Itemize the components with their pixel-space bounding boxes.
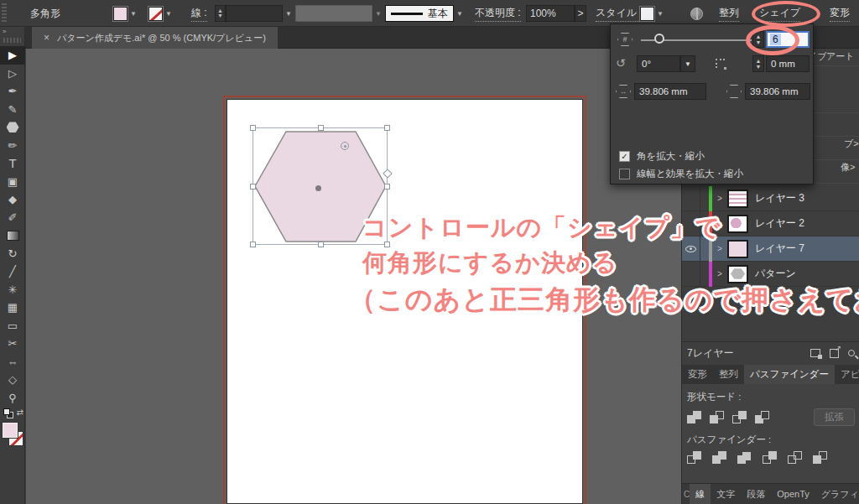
selection-handle[interactable] (384, 125, 390, 131)
width-tool[interactable]: ⇔ (0, 353, 25, 372)
polygon-width-field[interactable]: 39.806 mm (634, 83, 706, 100)
selection-handle[interactable] (318, 242, 324, 247)
fill-stroke-indicator[interactable] (0, 423, 25, 451)
rotation-field[interactable]: 0° (637, 55, 680, 72)
symbol-sprayer-tool[interactable]: ✳ (0, 281, 25, 299)
rotation-dropdown[interactable]: ▼ (680, 55, 695, 72)
shape-builder-tool[interactable]: ▣ (0, 173, 25, 191)
stroke-weight-label[interactable]: 線 : (191, 6, 207, 22)
sides-slider-knob[interactable] (654, 34, 664, 44)
eyedropper-tool[interactable]: ╱ (0, 262, 25, 281)
export-icon[interactable] (830, 349, 839, 358)
direct-selection-tool[interactable]: ▷ (0, 65, 25, 83)
style-swatch[interactable] (640, 7, 654, 21)
layer-name[interactable]: レイヤー 3 (755, 191, 804, 205)
layer-name[interactable]: レイヤー 7 (755, 242, 804, 256)
trim-button[interactable] (712, 451, 726, 464)
shaper-tool[interactable]: ✐ (0, 209, 25, 227)
transform-link[interactable]: 変形 (830, 6, 850, 22)
eye-icon[interactable] (685, 246, 696, 252)
polygon-height-field[interactable]: 39.806 mm (745, 83, 810, 100)
tab-graphic-styles[interactable]: グラフィ (815, 484, 859, 504)
stroke-weight-stepper[interactable]: ▲▼ (215, 5, 226, 22)
free-transform-tool[interactable]: ◇ (0, 371, 25, 389)
unite-button[interactable] (687, 411, 701, 423)
stroke-profile-combo[interactable]: 基本 (385, 5, 454, 22)
style-label[interactable]: スタイル : (596, 6, 643, 22)
zoom-tool[interactable]: ⚲ (0, 389, 25, 408)
close-icon[interactable]: × (44, 32, 49, 44)
tab-character[interactable]: 文字 (711, 484, 741, 504)
tab-pathfinder[interactable]: パスファインダー (744, 365, 835, 384)
expand-chevron-icon[interactable]: > (712, 244, 727, 253)
tab-appearance[interactable]: アピアラ (835, 365, 859, 384)
expand-button[interactable]: 拡張 (814, 408, 855, 426)
chevron-down-icon[interactable]: ▼ (285, 10, 292, 18)
artboard-tool[interactable]: ▭ (0, 317, 25, 335)
fill-color-swatch[interactable] (113, 7, 128, 21)
layer-name[interactable]: レイヤー 2 (755, 216, 804, 231)
polygon-tool[interactable] (0, 118, 25, 137)
search-icon[interactable] (848, 350, 855, 356)
live-corner-widget[interactable] (341, 142, 349, 150)
panel-grip[interactable] (3, 38, 21, 43)
opacity-more-button[interactable]: > (575, 5, 586, 22)
tab-paragraph[interactable]: 段落 (741, 484, 771, 504)
layer-row[interactable]: > レイヤー 3 (682, 186, 859, 211)
align-link[interactable]: 整列 (719, 6, 739, 22)
crop-button[interactable] (763, 451, 777, 464)
tab-transform[interactable]: 変形 (682, 365, 713, 384)
visibility-toggle[interactable] (682, 186, 700, 211)
chevron-down-icon[interactable]: ▼ (130, 10, 137, 18)
default-fill-stroke-control[interactable]: ⇄ (0, 407, 25, 420)
recolor-artwork-icon[interactable] (690, 8, 703, 20)
tab-align[interactable]: 整列 (713, 365, 744, 384)
divide-button[interactable] (687, 451, 701, 464)
drag-grip[interactable] (2, 3, 7, 23)
corner-radius-field[interactable]: 0 mm (766, 55, 810, 72)
selection-tool[interactable]: ▶ (0, 46, 25, 65)
dock-tab-fragment[interactable]: アート (826, 50, 855, 63)
stroke-color-swatch[interactable] (148, 7, 163, 21)
outline-button[interactable] (788, 451, 802, 464)
gradient-tool[interactable] (0, 226, 25, 245)
corner-stepper[interactable]: ▲▼ (752, 55, 764, 72)
document-tab[interactable]: × パターン作成デモ.ai* @ 50 % (CMYK/プレビュー) (32, 27, 278, 49)
swap-fill-stroke-icon[interactable]: ⇄ (17, 408, 23, 417)
minus-front-button[interactable] (710, 411, 724, 423)
selection-handle[interactable] (250, 125, 256, 131)
chevron-down-icon[interactable]: ▼ (375, 10, 382, 18)
scissors-tool[interactable]: ✂ (0, 335, 25, 353)
layer-thumbnail[interactable] (727, 190, 748, 208)
chevron-down-icon[interactable]: ▼ (456, 10, 463, 18)
default-swatches-icon[interactable] (3, 408, 10, 415)
collect-for-export-icon[interactable] (810, 349, 820, 357)
layer-thumbnail[interactable] (727, 215, 748, 233)
layer-thumbnail[interactable] (727, 240, 748, 258)
stroke-weight-combo[interactable] (226, 5, 283, 22)
expand-chevron-icon[interactable]: > (712, 194, 727, 203)
brush-definition-combo[interactable] (295, 5, 372, 22)
selection-handle[interactable] (384, 184, 390, 190)
selection-handle[interactable] (318, 125, 324, 131)
intersect-button[interactable] (732, 411, 747, 423)
scale-strokes-checkbox[interactable] (619, 169, 630, 179)
chevron-down-icon[interactable]: ▼ (657, 10, 664, 18)
opacity-field[interactable]: 100% (526, 5, 575, 22)
pen-tool[interactable]: ✒ (0, 82, 25, 101)
tab-stroke[interactable]: 線 (690, 484, 711, 504)
merge-button[interactable] (737, 451, 752, 464)
fill-indicator[interactable] (3, 423, 18, 438)
curvature-tool[interactable]: ✎ (0, 101, 25, 119)
chevron-down-icon[interactable]: ▼ (165, 10, 172, 18)
tab-opentype[interactable]: OpenTy (771, 485, 815, 503)
rotate-tool[interactable]: ↻ (0, 245, 25, 263)
graph-tool[interactable]: ▦ (0, 299, 25, 317)
shape-center-point[interactable] (315, 185, 321, 191)
type-tool[interactable]: T (0, 154, 25, 173)
layer-name[interactable]: パターン (755, 267, 796, 281)
paintbrush-tool[interactable]: ✏ (0, 137, 25, 155)
exclude-button[interactable] (755, 411, 769, 423)
opacity-label[interactable]: 不透明度 : (475, 6, 521, 22)
minus-back-button[interactable] (813, 451, 827, 464)
